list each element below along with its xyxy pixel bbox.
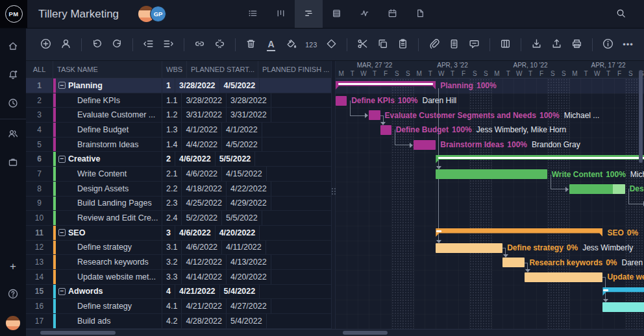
- header-planned-start[interactable]: PLANNED START...: [187, 61, 258, 78]
- table-row[interactable]: 5Brainstorm Ideas1.44/4/20224/5/2022: [26, 138, 331, 152]
- gantt-bar[interactable]: [569, 184, 625, 194]
- tab-list-view[interactable]: [239, 0, 267, 28]
- sidebar-team-button[interactable]: [0, 120, 26, 149]
- sidebar-help-button[interactable]: [0, 280, 26, 309]
- gantt-bar[interactable]: [502, 258, 525, 267]
- table-row[interactable]: 2Define KPIs1.13/28/20223/28/2022: [26, 93, 331, 108]
- vertical-scrollbar[interactable]: [639, 70, 643, 163]
- gantt-bar[interactable]: [336, 96, 347, 106]
- undo-button[interactable]: [88, 36, 106, 53]
- collapse-icon[interactable]: −: [58, 229, 66, 236]
- tab-page-view[interactable]: [406, 0, 434, 28]
- sidebar-portfolio-button[interactable]: [0, 149, 26, 177]
- header-task-name[interactable]: TASK NAME: [53, 61, 162, 78]
- table-row[interactable]: 1−Planning13/28/20224/5/2022: [26, 78, 331, 93]
- attach-button[interactable]: [425, 36, 443, 53]
- planned-finish-cell: 5/4/2022: [220, 285, 260, 299]
- columns-button[interactable]: [497, 36, 514, 53]
- unlink-tasks-button[interactable]: [211, 36, 229, 53]
- task-name: Build Landing Pages: [77, 198, 152, 208]
- font-color-button[interactable]: A: [262, 36, 280, 53]
- header-planned-finish[interactable]: PLANNED FINISH ...: [258, 61, 331, 78]
- table-row[interactable]: 15−Adwords44/21/20225/4/2022: [26, 285, 331, 300]
- panel-splitter[interactable]: [331, 61, 336, 329]
- table-row[interactable]: 3Evaluate Customer ...1.23/31/20223/31/2…: [26, 108, 331, 123]
- avatar[interactable]: GP: [150, 6, 166, 22]
- tab-gantt-view[interactable]: [295, 0, 323, 28]
- tab-activity-view[interactable]: [351, 0, 378, 28]
- gantt-bar[interactable]: [436, 243, 502, 253]
- cut-button[interactable]: [354, 36, 371, 53]
- link-tasks-icon: [193, 38, 206, 52]
- sidebar-user-avatar[interactable]: [6, 316, 20, 330]
- table-row[interactable]: 7Write Content2.14/6/20224/15/2022: [26, 167, 331, 182]
- sidebar-time-button[interactable]: [0, 90, 26, 118]
- row-number: 8: [26, 182, 53, 196]
- link-tasks-button[interactable]: [191, 36, 208, 53]
- tab-calendar-view[interactable]: [378, 0, 406, 28]
- gantt-bar[interactable]: [525, 272, 602, 282]
- header-wbs[interactable]: WBS: [162, 61, 187, 78]
- table-row[interactable]: 9Build Landing Pages2.34/25/20224/29/202…: [26, 197, 331, 211]
- table-row[interactable]: 16Define strategy4.14/21/20224/27/2022: [26, 299, 331, 314]
- fill-color-button[interactable]: [282, 36, 300, 53]
- paste-button[interactable]: [394, 36, 412, 53]
- redo-button[interactable]: [108, 36, 126, 53]
- summary-progress-line: [603, 289, 608, 291]
- gantt-bar[interactable]: [436, 169, 547, 179]
- table-row[interactable]: 17Build ads4.24/28/20225/4/2022: [26, 314, 331, 329]
- app-logo[interactable]: PM: [0, 0, 27, 28]
- day-label: S: [391, 69, 402, 78]
- header-all[interactable]: ALL: [26, 61, 53, 78]
- table-row[interactable]: 14Update website met...3.34/14/20224/20/…: [26, 270, 331, 285]
- delete-button[interactable]: [242, 36, 260, 53]
- add-task-button[interactable]: [37, 36, 55, 53]
- comment-button[interactable]: [465, 36, 483, 53]
- planned-start-cell: 4/28/2022: [182, 314, 227, 328]
- export-button[interactable]: [548, 36, 565, 53]
- grid-horizontal-scrollbar[interactable]: [40, 331, 116, 335]
- assign-user-button[interactable]: [57, 36, 75, 53]
- copy-button[interactable]: [374, 36, 391, 53]
- gantt-summary-bar[interactable]: [436, 228, 602, 237]
- outdent-button[interactable]: [140, 36, 157, 53]
- tab-board-view[interactable]: [267, 0, 295, 28]
- info-button[interactable]: [599, 36, 617, 53]
- sidebar-create-button[interactable]: +: [0, 252, 26, 280]
- table-row[interactable]: 4Define Budget1.34/1/20224/1/2022: [26, 123, 331, 138]
- collapse-icon[interactable]: −: [58, 82, 66, 89]
- milestone-button[interactable]: [323, 36, 340, 53]
- bar-label: Define KPIs100%Daren Hill: [351, 93, 456, 108]
- collapse-icon[interactable]: −: [58, 288, 66, 295]
- gantt-bar[interactable]: [369, 110, 380, 120]
- planned-finish-cell: 3/31/2022: [227, 108, 271, 122]
- task-table-body: 1−Planning13/28/20224/5/20222Define KPIs…: [26, 78, 331, 329]
- tab-sheet-view[interactable]: [323, 0, 351, 28]
- gantt-bar[interactable]: [602, 302, 644, 312]
- table-row[interactable]: 8Design Assets2.24/18/20224/22/2022: [26, 182, 331, 197]
- print-button[interactable]: [568, 36, 586, 53]
- more-options-button[interactable]: •••: [619, 36, 637, 53]
- numbers-icon: 123: [305, 40, 317, 49]
- table-row[interactable]: 10Review and Edit Cre...2.45/2/20225/5/2…: [26, 211, 331, 226]
- import-button[interactable]: [528, 36, 545, 53]
- gantt-horizontal-scrollbar[interactable]: [343, 331, 388, 335]
- gantt-bar[interactable]: [414, 140, 436, 150]
- sidebar-home-button[interactable]: [0, 32, 26, 61]
- gantt-summary-bar[interactable]: [436, 155, 644, 163]
- table-row[interactable]: 11−SEO34/6/20224/20/2022: [26, 226, 331, 241]
- row-number: 11: [26, 226, 53, 240]
- search-button[interactable]: [615, 8, 626, 21]
- gantt-bar[interactable]: [380, 125, 391, 135]
- table-row[interactable]: 12Define strategy3.14/6/20224/11/2022: [26, 241, 331, 256]
- planned-finish-cell: 4/15/2022: [222, 167, 267, 181]
- table-row[interactable]: 6−Creative24/6/20225/5/2022: [26, 152, 331, 167]
- more-options-icon: •••: [623, 40, 634, 49]
- indent-button[interactable]: [160, 36, 177, 53]
- collapse-icon[interactable]: −: [58, 156, 66, 163]
- task-name-cell: Define strategy: [53, 241, 162, 255]
- notes-button[interactable]: [445, 36, 463, 53]
- numbers-button[interactable]: 123: [303, 36, 320, 53]
- sidebar-notifications-button[interactable]: [0, 61, 26, 90]
- table-row[interactable]: 13Research keywords3.24/12/20224/13/2022: [26, 255, 331, 270]
